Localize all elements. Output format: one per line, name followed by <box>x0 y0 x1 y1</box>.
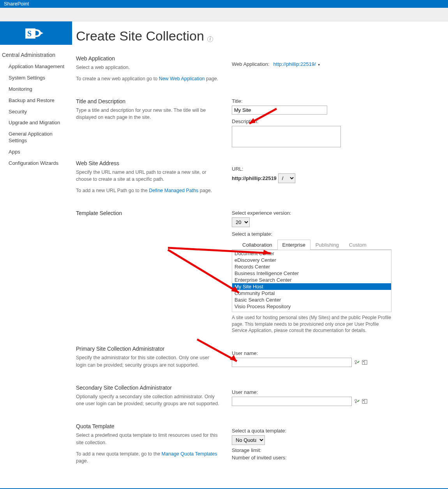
template-tab-bar: Collaboration Enterprise Publishing Cust… <box>232 239 392 250</box>
browse-people-icon[interactable] <box>362 360 367 365</box>
quota-desc2: To add a new quota template, go to the M… <box>76 450 220 465</box>
secondary-user-label: User name: <box>232 389 440 395</box>
page-title-text: Create Site Collection <box>76 28 204 44</box>
invited-users-label: Number of invited users: <box>232 455 440 461</box>
nav-item-config-wizards[interactable]: Configuration Wizards <box>9 158 72 169</box>
url-path-select[interactable]: / <box>278 173 295 183</box>
template-item[interactable]: Visio Process Repository <box>232 303 391 310</box>
storage-limit-label: Storage limit: <box>232 447 440 453</box>
exp-version-label: Select experience version: <box>232 210 440 216</box>
webapp-desc1: Select a web application. <box>76 64 220 71</box>
svg-point-10 <box>363 400 364 401</box>
nav-heading: Central Administration <box>0 45 72 61</box>
template-item[interactable]: Records Center <box>232 263 391 270</box>
check-names-icon[interactable] <box>354 399 360 404</box>
template-item[interactable]: eDiscovery Center <box>232 257 391 263</box>
nav-item-backup-restore[interactable]: Backup and Restore <box>9 95 72 106</box>
page-title: Create Site Collection i <box>76 21 440 55</box>
manage-quota-link[interactable]: Manage Quota Templates <box>162 451 217 457</box>
new-web-app-link[interactable]: New Web Application <box>159 76 205 81</box>
nav-list: Application Management System Settings M… <box>0 61 72 169</box>
info-icon[interactable]: i <box>207 36 213 42</box>
tab-enterprise[interactable]: Enterprise <box>277 240 310 250</box>
url-prefix: http://phillip:22519 <box>232 175 277 181</box>
tab-publishing[interactable]: Publishing <box>310 240 344 250</box>
nav-item-general-app-settings[interactable]: General Application Settings <box>9 129 72 147</box>
description-input[interactable] <box>232 126 341 147</box>
exp-version-select[interactable]: 2013 <box>232 217 250 227</box>
template-item[interactable]: Enterprise Search Center <box>232 277 391 283</box>
template-heading: Template Selection <box>76 210 220 216</box>
primary-user-label: User name: <box>232 350 440 356</box>
address-desc2: To add a new URL Path go to the Define M… <box>76 187 220 194</box>
webapp-dropdown[interactable]: http://phillip:22519/▼ <box>273 61 321 67</box>
svg-point-3 <box>355 360 357 362</box>
address-desc1: Specify the URL name and URL path to cre… <box>76 169 220 184</box>
managed-paths-link[interactable]: Define Managed Paths <box>149 188 198 193</box>
template-item-selected[interactable]: My Site Host <box>232 283 391 290</box>
nav-item-upgrade-migration[interactable]: Upgrade and Migration <box>9 117 72 129</box>
quota-heading: Quota Template <box>76 423 220 429</box>
template-item[interactable]: Basic Search Center <box>232 297 391 303</box>
nav-item-app-mgmt[interactable]: Application Management <box>9 61 72 72</box>
quota-desc1: Select a predefined quota template to li… <box>76 432 220 447</box>
title-input[interactable] <box>232 106 327 115</box>
title-heading: Title and Description <box>76 98 220 104</box>
secondary-user-input[interactable] <box>232 397 352 406</box>
ribbon-area <box>0 8 448 21</box>
svg-point-6 <box>363 361 364 362</box>
primary-admin-heading: Primary Site Collection Administrator <box>76 346 220 352</box>
chevron-down-icon: ▼ <box>316 63 321 67</box>
address-heading: Web Site Address <box>76 160 220 166</box>
browse-people-icon[interactable] <box>362 399 367 404</box>
template-item[interactable]: Community Portal <box>232 290 391 297</box>
webapp-desc2: To create a new web application go to Ne… <box>76 75 220 83</box>
primary-user-input[interactable] <box>232 358 352 367</box>
nav-item-monitoring[interactable]: Monitoring <box>9 84 72 95</box>
check-names-icon[interactable] <box>354 360 360 365</box>
webapp-heading: Web Application <box>76 55 220 62</box>
primary-admin-desc: Specify the administrator for this site … <box>76 354 220 369</box>
template-item-desc: A site used for hosting personal sites (… <box>232 314 392 334</box>
webapp-field-label: Web Application: <box>232 61 270 67</box>
url-label: URL: <box>232 166 440 172</box>
title-label: Title: <box>232 98 440 104</box>
svg-marker-2 <box>40 32 43 35</box>
secondary-admin-desc: Optionally specify a secondary site coll… <box>76 393 220 408</box>
svg-point-7 <box>355 399 357 401</box>
secondary-admin-heading: Secondary Site Collection Administrator <box>76 385 220 391</box>
description-label: Description: <box>232 118 440 124</box>
template-list[interactable]: Document Center eDiscovery Center Record… <box>232 250 392 312</box>
tab-custom[interactable]: Custom <box>344 240 372 250</box>
suite-bar: SharePoint <box>0 0 448 8</box>
tab-collaboration[interactable]: Collaboration <box>237 240 277 250</box>
brand-text: SharePoint <box>4 1 29 7</box>
nav-item-apps[interactable]: Apps <box>9 147 72 158</box>
title-desc: Type a title and description for your ne… <box>76 107 220 122</box>
nav-item-system-settings[interactable]: System Settings <box>9 72 72 84</box>
sharepoint-logo: S <box>0 21 72 45</box>
template-item[interactable]: Business Intelligence Center <box>232 270 391 277</box>
quota-label: Select a quota template: <box>232 428 440 434</box>
template-label: Select a template: <box>232 231 440 237</box>
quota-select[interactable]: No Quota <box>232 435 265 445</box>
template-item[interactable]: Document Center <box>232 250 391 257</box>
nav-item-security[interactable]: Security <box>9 106 72 118</box>
svg-text:S: S <box>27 29 32 38</box>
